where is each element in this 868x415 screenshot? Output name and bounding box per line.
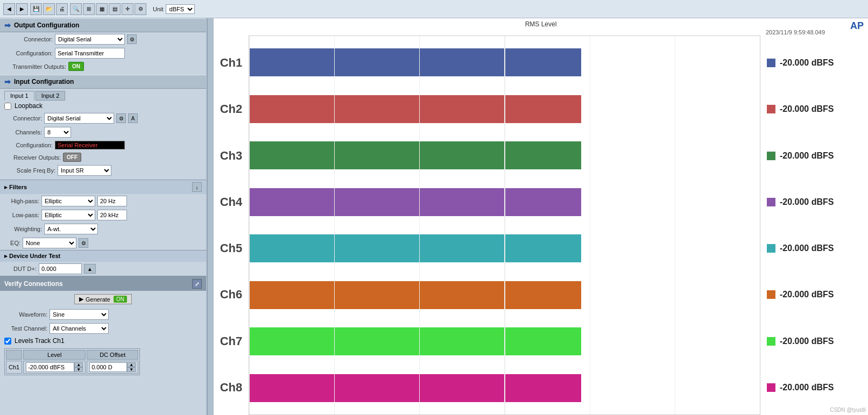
toolbar-nav-group: ◀ ▶ (3, 3, 28, 15)
legend-color-6 (767, 290, 775, 299)
ch1-level-down[interactable]: ▼ (74, 367, 83, 372)
save-btn[interactable]: 💾 (30, 3, 42, 15)
input-connector-select[interactable]: Digital Serial (44, 113, 114, 124)
loopback-row: Loopback (0, 101, 206, 111)
ch1-label: Ch1 (6, 361, 22, 374)
bar-row-5 (249, 226, 760, 271)
configuration-input[interactable] (55, 48, 125, 59)
ch-label-1: Ch1 (216, 56, 246, 70)
ch1-dc-up[interactable]: ▲ (127, 362, 136, 367)
legend-value-4: -20.000 dBFS (780, 197, 834, 207)
tab-input2[interactable]: Input 2 (36, 91, 66, 101)
connector-label: Connector: (4, 36, 53, 42)
generate-btn[interactable]: ▶ Generate ON (74, 294, 132, 304)
bar-row-8 (249, 366, 760, 411)
ap-logo: AP (850, 20, 864, 32)
dut-d-input[interactable] (39, 263, 82, 274)
input-config-input[interactable] (55, 141, 125, 149)
highpass-freq-input[interactable] (97, 196, 127, 206)
ch1-dc-spinner[interactable]: ▲ ▼ (127, 362, 136, 372)
grid-btn[interactable]: ▦ (96, 3, 108, 15)
legend-item-3: -20.000 dBFS (767, 151, 862, 161)
dut-d-row: DUT D+: ▲ (0, 262, 206, 276)
legend-color-7 (767, 337, 775, 346)
configuration-label: Configuration: (4, 50, 53, 56)
bar-6 (249, 281, 581, 309)
lowpass-row: Low-pass: Elliptic (0, 208, 206, 222)
legend-item-1: -20.000 dBFS (767, 58, 862, 68)
input-config-header: ➡ Input Configuration (0, 75, 206, 89)
legend-value-1: -20.000 dBFS (780, 58, 834, 68)
connector-select[interactable]: Digital Serial (55, 34, 125, 45)
cursor-btn[interactable]: ✛ (122, 3, 133, 15)
lowpass-type-select[interactable]: Elliptic (41, 210, 95, 220)
legend-value-3: -20.000 dBFS (780, 151, 834, 161)
eq-gear-btn[interactable]: ⚙ (79, 238, 88, 248)
weighting-select[interactable]: A-wt. (44, 224, 98, 234)
output-arrow-icon: ➡ (4, 21, 11, 30)
ch1-dc-input[interactable] (89, 362, 127, 372)
ch1-level-spinner[interactable]: ▲ ▼ (74, 362, 83, 372)
ch1-level-input[interactable] (26, 362, 74, 372)
main-area: ➡ Output Configuration Connector: Digita… (0, 18, 868, 415)
unit-select[interactable]: dBFS dBu dBV V (166, 4, 195, 14)
dut-d-up-btn[interactable]: ▲ (84, 264, 96, 274)
main-toolbar: ◀ ▶ 💾 📂 🖨 🔍 ⊞ ▦ ▤ ✛ ⚙ Unit dBFS dBu dBV … (0, 0, 868, 18)
input-connector-gear-btn[interactable]: ⚙ (116, 113, 126, 123)
open-btn[interactable]: 📂 (43, 3, 55, 15)
zoom-fit-btn[interactable]: ⊞ (83, 3, 95, 15)
dut-section: ▸ Device Under Test DUT D+: ▲ (0, 250, 206, 276)
legend-color-5 (767, 244, 775, 253)
chart-area: Ch1Ch2Ch3Ch4Ch5Ch6Ch7Ch8 -20.000 dBFS-20… (214, 35, 868, 415)
channels-select[interactable]: 8 2 4 16 (44, 127, 71, 138)
fwd-btn[interactable]: ▶ (16, 3, 28, 15)
tab-input1[interactable]: Input 1 (4, 91, 34, 101)
scale-freq-select[interactable]: Input SR (58, 165, 111, 176)
unit-label: Unit (153, 6, 164, 12)
verify-expand-btn[interactable]: ⤢ (192, 279, 202, 289)
ch1-dc-down[interactable]: ▼ (127, 367, 136, 372)
left-panel-scrollbar[interactable] (207, 18, 214, 415)
ch1-level-up[interactable]: ▲ (74, 362, 83, 367)
loopback-checkbox[interactable] (4, 103, 11, 110)
table-btn[interactable]: ▤ (109, 3, 121, 15)
lowpass-label: Low-pass: (4, 212, 39, 218)
filters-title: ▸ Filters (4, 184, 27, 191)
connector-row: Connector: Digital Serial ⚙ (0, 32, 206, 46)
legend-color-3 (767, 152, 775, 160)
waveform-select[interactable]: Sine (50, 309, 109, 320)
highpass-label: High-pass: (4, 198, 39, 204)
input-connector-btn2[interactable]: A (128, 113, 138, 123)
bar-row-7 (249, 319, 760, 364)
lowpass-freq-input[interactable] (97, 210, 127, 220)
levels-track-checkbox[interactable] (4, 338, 11, 345)
connector-gear-btn[interactable]: ⚙ (127, 34, 137, 44)
watermark: CSDN @tyustli (830, 407, 866, 413)
levels-track-label: Levels Track Ch1 (15, 337, 65, 345)
settings-btn[interactable]: ⚙ (135, 3, 146, 15)
eq-select[interactable]: None (23, 238, 76, 248)
channel-labels: Ch1Ch2Ch3Ch4Ch5Ch6Ch7Ch8 (214, 35, 249, 415)
transmitter-outputs-label: Transmitter Outputs: (4, 63, 66, 70)
legend-item-4: -20.000 dBFS (767, 197, 862, 207)
dut-title: ▸ Device Under Test (4, 253, 60, 260)
transmitter-outputs-toggle[interactable]: ON (68, 62, 84, 71)
highpass-type-select[interactable]: Elliptic (41, 196, 95, 206)
output-config-title: Output Configuration (14, 22, 79, 29)
receiver-outputs-row: Receiver Outputs: OFF (0, 151, 206, 163)
back-btn[interactable]: ◀ (3, 3, 15, 15)
test-channel-select[interactable]: All Channels (50, 323, 109, 334)
filters-gear-btn[interactable]: ↓ (192, 182, 202, 192)
zoom-btn[interactable]: 🔍 (70, 3, 82, 15)
legend-value-5: -20.000 dBFS (780, 244, 834, 253)
legend-color-4 (767, 198, 775, 206)
level-col-header: Level (23, 350, 86, 360)
bar-8 (249, 374, 581, 402)
test-channel-row: Test Channel: All Channels (0, 321, 206, 335)
bar-1 (249, 48, 581, 76)
print-btn[interactable]: 🖨 (56, 3, 68, 15)
receiver-outputs-toggle[interactable]: OFF (63, 153, 81, 162)
legend-item-5: -20.000 dBFS (767, 244, 862, 253)
weighting-label: Weighting: (4, 226, 42, 232)
ch-label-4: Ch4 (216, 195, 246, 209)
